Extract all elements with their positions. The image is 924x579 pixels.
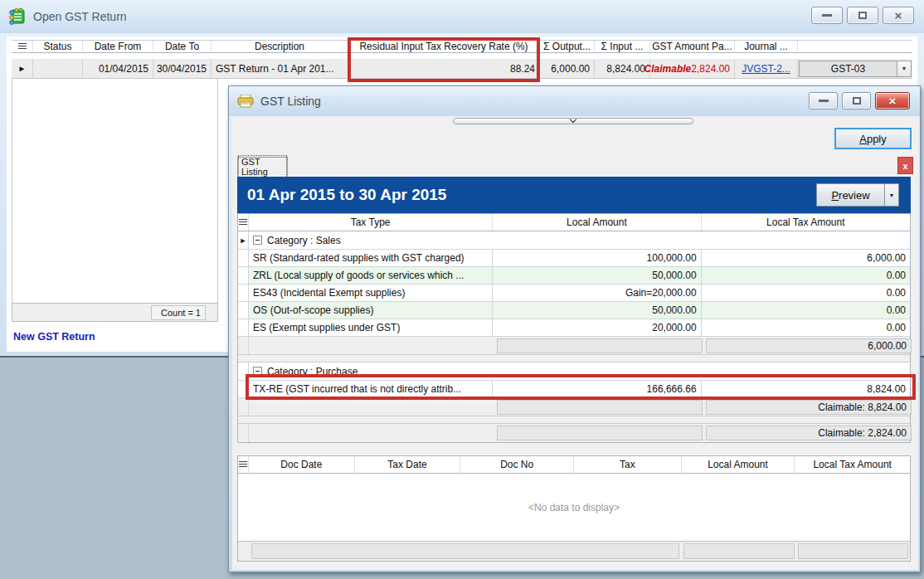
annotation-box-residual-column [348,37,540,82]
minimize-icon [819,100,829,102]
desktop: { "icons": { "close": "×", "dropdown": "… [0,0,924,579]
cell-local-tax-amount[interactable]: 6,000.00 [702,250,910,266]
gst-return-app-icon [8,7,27,26]
cell-date-to[interactable]: 30/04/2015 [153,59,212,79]
preview-split-button[interactable]: Preview ▼ [816,183,899,207]
dialog-close-button[interactable]: × [875,92,910,109]
summary-local-tax-amount-box: Claimable: 8,824.00 [706,400,912,415]
column-chooser-button[interactable] [238,214,249,231]
col-header-tax-type[interactable]: Tax Type [249,214,493,231]
tax-row[interactable]: OS (Out-of-scope supplies)50,000.000.00 [238,302,910,319]
cell-local-tax-amount[interactable]: 0.00 [702,319,910,336]
cell-local-tax-amount[interactable]: 0.00 [702,302,910,319]
dialog-maximize-button[interactable] [842,92,871,109]
main-maximize-button[interactable] [847,7,878,24]
cell-sum-input[interactable]: 8,824.00 [595,59,650,79]
dropdown-arrow-icon: ▼ [889,192,895,198]
main-close-button[interactable]: × [883,7,914,24]
gst-return-grid-footer: Count = 1 [12,303,218,322]
combobox-dropdown-button[interactable]: ▼ [897,61,912,77]
column-chooser-icon [239,219,247,226]
col-header-sum-output[interactable]: Σ Output... [540,40,595,53]
cell-local-amount[interactable]: 100,000.00 [493,250,701,266]
cell-date-from[interactable]: 01/04/2015 [83,59,153,79]
tab-gst-listing[interactable]: GST Listing [237,157,288,176]
cell-local-amount[interactable]: 50,000.00 [493,302,701,319]
row-indicator [238,424,249,442]
main-window-titlebar[interactable]: Open GST Return × [0,0,924,33]
journal-link[interactable]: JVGST-2... [742,63,790,75]
dialog-minimize-button[interactable] [809,92,838,109]
col-header-detail-local-tax-amount[interactable]: Local Tax Amount [795,456,910,473]
new-gst-return-link[interactable]: New GST Return [13,331,95,343]
tab-close-button[interactable]: x [897,157,913,174]
cell-local-tax-amount[interactable]: 0.00 [702,267,910,284]
tax-row[interactable]: ZRL (Local supply of goods or services w… [238,267,910,285]
report-period-header: 01 Apr 2015 to 30 Apr 2015 Preview ▼ [237,177,911,213]
gst-form-value[interactable]: GST-03 [799,61,897,77]
row-count-box: Count = 1 [151,305,206,320]
col-header-tax[interactable]: Tax [574,456,682,473]
preview-button[interactable]: Preview [816,183,885,207]
cell-tax-type[interactable]: ES43 (Incidental Exempt supplies) [249,285,493,301]
cell-journal[interactable]: JVGST-2... [735,59,798,79]
maximize-icon [853,97,861,105]
row-pointer-icon: ► [240,236,247,245]
col-header-local-tax-amount[interactable]: Local Tax Amount [702,214,910,231]
col-header-detail-local-amount[interactable]: Local Amount [682,456,795,473]
cell-local-amount[interactable]: Gain=20,000.00 [493,285,701,301]
dialog-titlebar[interactable]: GST Listing × [229,86,920,116]
tax-row[interactable]: SR (Standard-rated supplies with GST cha… [238,250,910,267]
cell-sum-output[interactable]: 6,000.00 [540,59,595,79]
column-chooser-button[interactable] [238,456,249,473]
row-indicator [238,250,249,266]
cell-tax-type[interactable]: ZRL (Local supply of goods or services w… [249,267,493,284]
gst-form-combobox[interactable]: GST-03 ▼ [799,61,912,77]
cell-tax-type[interactable]: ES (Exempt supplies under GST) [249,319,493,336]
summary-local-amount-box [497,338,703,353]
column-chooser-button[interactable] [12,40,33,53]
cell-gst-amount[interactable]: Claimable2,824.00 [650,59,735,79]
cell-local-amount[interactable]: 50,000.00 [493,267,701,284]
dialog-client: Apply GST Listing x 01 Apr 2015 to 30 Ap… [232,116,918,570]
col-header-sum-input[interactable]: Σ Input ... [595,40,650,53]
col-header-status[interactable]: Status [33,40,83,53]
category-label-cell: Category : Sales [249,231,910,249]
tax-row[interactable]: ES43 (Incidental Exempt supplies)Gain=20… [238,285,910,302]
cell-local-amount[interactable]: 20,000.00 [493,319,701,336]
col-header-doc-no[interactable]: Doc No [460,456,574,473]
gst-listing-dialog: GST Listing × Apply GST Listing x 01 Apr… [228,85,921,572]
row-indicator [238,285,249,301]
category-group-row[interactable]: ►Category : Sales [238,231,910,250]
cell-local-tax-amount[interactable]: 0.00 [702,285,910,301]
collapse-icon[interactable] [253,236,262,245]
main-minimize-button[interactable] [811,7,843,24]
group-summary-row: Claimable: 8,824.00 [238,398,910,416]
tax-row[interactable]: ES (Exempt supplies under GST)20,000.000… [238,319,910,337]
grid-section-gap [238,355,910,362]
col-header-description[interactable]: Description [212,40,348,53]
col-header-tax-date[interactable]: Tax Date [355,456,461,473]
collapse-panel-splitter[interactable] [453,118,693,124]
close-icon: × [889,95,897,107]
col-header-date-from[interactable]: Date From [83,40,153,53]
document-detail-grid: Doc Date Tax Date Doc No Tax Local Amoun… [237,455,911,562]
col-header-local-amount[interactable]: Local Amount [493,214,701,231]
cell-form[interactable]: GST-03 ▼ [798,59,912,79]
apply-button[interactable]: Apply [834,128,912,149]
row-indicator [238,302,249,319]
cell-description[interactable]: GST Return - 01 Apr 201... [212,59,348,79]
footer-summary-box [251,543,679,559]
preview-dropdown-button[interactable]: ▼ [885,183,899,207]
col-header-gst-amount[interactable]: GST Amount Pa... [650,40,735,53]
period-title: 01 Apr 2015 to 30 Apr 2015 [247,186,446,204]
row-indicator [238,337,249,354]
col-header-doc-date[interactable]: Doc Date [249,456,355,473]
col-header-date-to[interactable]: Date To [153,40,212,53]
row-indicator [238,319,249,336]
cell-status[interactable] [33,59,83,79]
col-header-journal[interactable]: Journal ... [735,40,798,53]
footer-summary-box [683,543,795,559]
cell-tax-type[interactable]: SR (Standard-rated supplies with GST cha… [249,250,493,266]
cell-tax-type[interactable]: OS (Out-of-scope supplies) [249,302,493,319]
